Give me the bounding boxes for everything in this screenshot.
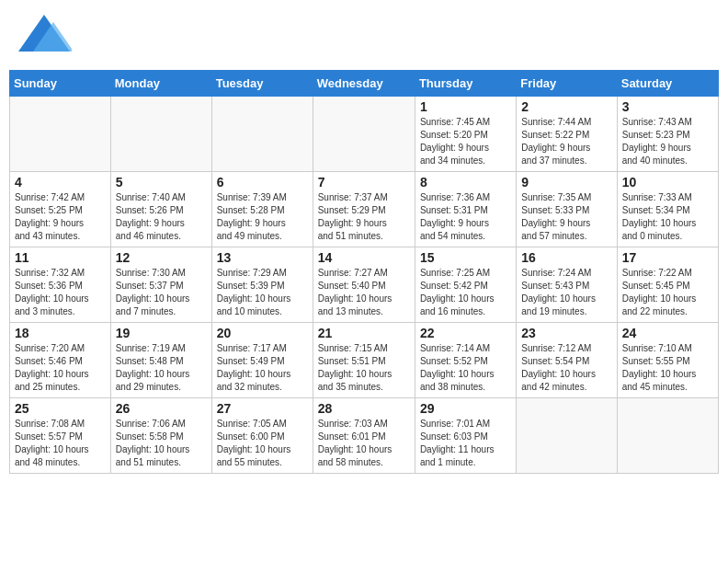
calendar-cell: 17Sunrise: 7:22 AMSunset: 5:45 PMDayligh… <box>617 247 718 323</box>
calendar-cell: 9Sunrise: 7:35 AMSunset: 5:33 PMDaylight… <box>517 172 617 247</box>
calendar-cell: 1Sunrise: 7:45 AMSunset: 5:20 PMDaylight… <box>415 97 516 172</box>
day-info: Sunrise: 7:20 AMSunset: 5:46 PMDaylight:… <box>15 342 106 394</box>
calendar-cell: 24Sunrise: 7:10 AMSunset: 5:55 PMDayligh… <box>617 323 718 398</box>
col-header-wednesday: Wednesday <box>313 71 415 97</box>
calendar-cell: 4Sunrise: 7:42 AMSunset: 5:25 PMDaylight… <box>10 172 111 247</box>
day-number: 25 <box>15 401 106 416</box>
calendar-cell: 16Sunrise: 7:24 AMSunset: 5:43 PMDayligh… <box>517 247 617 323</box>
calendar-cell: 21Sunrise: 7:15 AMSunset: 5:51 PMDayligh… <box>313 323 415 398</box>
day-number: 11 <box>15 250 106 265</box>
calendar-cell <box>617 398 718 474</box>
day-number: 21 <box>318 326 410 340</box>
calendar-cell <box>517 398 617 474</box>
day-number: 5 <box>116 175 207 190</box>
day-info: Sunrise: 7:44 AMSunset: 5:22 PMDaylight:… <box>521 116 611 167</box>
day-number: 18 <box>15 326 106 340</box>
calendar-cell: 8Sunrise: 7:36 AMSunset: 5:31 PMDaylight… <box>415 172 516 247</box>
calendar-cell: 23Sunrise: 7:12 AMSunset: 5:54 PMDayligh… <box>517 323 617 398</box>
calendar-cell <box>211 97 313 172</box>
day-info: Sunrise: 7:45 AMSunset: 5:20 PMDaylight:… <box>420 116 511 167</box>
calendar-cell: 3Sunrise: 7:43 AMSunset: 5:23 PMDaylight… <box>617 97 718 172</box>
day-number: 27 <box>217 401 308 416</box>
calendar-cell: 14Sunrise: 7:27 AMSunset: 5:40 PMDayligh… <box>313 247 415 323</box>
day-number: 8 <box>420 175 511 190</box>
day-info: Sunrise: 7:39 AMSunset: 5:28 PMDaylight:… <box>217 191 308 243</box>
day-info: Sunrise: 7:05 AMSunset: 6:00 PMDaylight:… <box>217 418 308 469</box>
day-number: 15 <box>420 250 511 265</box>
day-number: 3 <box>622 99 713 114</box>
calendar-cell: 5Sunrise: 7:40 AMSunset: 5:26 PMDaylight… <box>110 172 211 247</box>
calendar-week-row: 25Sunrise: 7:08 AMSunset: 5:57 PMDayligh… <box>10 398 719 474</box>
day-number: 23 <box>521 326 611 340</box>
calendar-cell <box>313 97 415 172</box>
day-number: 2 <box>521 99 611 114</box>
day-number: 16 <box>521 250 611 265</box>
day-info: Sunrise: 7:36 AMSunset: 5:31 PMDaylight:… <box>420 191 511 243</box>
col-header-saturday: Saturday <box>617 71 718 97</box>
day-info: Sunrise: 7:43 AMSunset: 5:23 PMDaylight:… <box>622 116 713 167</box>
day-info: Sunrise: 7:25 AMSunset: 5:42 PMDaylight:… <box>420 267 511 318</box>
calendar-cell: 18Sunrise: 7:20 AMSunset: 5:46 PMDayligh… <box>10 323 111 398</box>
day-number: 28 <box>318 401 410 416</box>
calendar-cell <box>110 97 211 172</box>
day-info: Sunrise: 7:14 AMSunset: 5:52 PMDaylight:… <box>420 342 511 394</box>
day-info: Sunrise: 7:15 AMSunset: 5:51 PMDaylight:… <box>318 342 410 394</box>
day-info: Sunrise: 7:42 AMSunset: 5:25 PMDaylight:… <box>15 191 106 243</box>
day-number: 17 <box>622 250 713 265</box>
calendar-week-row: 4Sunrise: 7:42 AMSunset: 5:25 PMDaylight… <box>10 172 719 247</box>
day-number: 1 <box>420 99 511 114</box>
calendar-cell: 2Sunrise: 7:44 AMSunset: 5:22 PMDaylight… <box>517 97 617 172</box>
day-info: Sunrise: 7:01 AMSunset: 6:03 PMDaylight:… <box>420 418 511 469</box>
calendar-cell: 28Sunrise: 7:03 AMSunset: 6:01 PMDayligh… <box>313 398 415 474</box>
calendar-cell <box>10 97 111 172</box>
calendar-cell: 6Sunrise: 7:39 AMSunset: 5:28 PMDaylight… <box>211 172 313 247</box>
day-info: Sunrise: 7:33 AMSunset: 5:34 PMDaylight:… <box>622 191 713 243</box>
col-header-monday: Monday <box>110 71 211 97</box>
calendar-cell: 20Sunrise: 7:17 AMSunset: 5:49 PMDayligh… <box>211 323 313 398</box>
calendar-cell: 27Sunrise: 7:05 AMSunset: 6:00 PMDayligh… <box>211 398 313 474</box>
day-info: Sunrise: 7:29 AMSunset: 5:39 PMDaylight:… <box>217 267 308 318</box>
day-number: 20 <box>217 326 308 340</box>
day-info: Sunrise: 7:08 AMSunset: 5:57 PMDaylight:… <box>15 418 106 469</box>
day-number: 19 <box>116 326 207 340</box>
day-number: 4 <box>15 175 106 190</box>
day-info: Sunrise: 7:30 AMSunset: 5:37 PMDaylight:… <box>116 267 207 318</box>
col-header-tuesday: Tuesday <box>211 71 313 97</box>
calendar-cell: 12Sunrise: 7:30 AMSunset: 5:37 PMDayligh… <box>110 247 211 323</box>
col-header-thursday: Thursday <box>415 71 516 97</box>
col-header-sunday: Sunday <box>10 71 111 97</box>
calendar-cell: 25Sunrise: 7:08 AMSunset: 5:57 PMDayligh… <box>10 398 111 474</box>
day-info: Sunrise: 7:10 AMSunset: 5:55 PMDaylight:… <box>622 342 713 394</box>
calendar-cell: 11Sunrise: 7:32 AMSunset: 5:36 PMDayligh… <box>10 247 111 323</box>
day-info: Sunrise: 7:37 AMSunset: 5:29 PMDaylight:… <box>318 191 410 243</box>
day-info: Sunrise: 7:40 AMSunset: 5:26 PMDaylight:… <box>116 191 207 243</box>
day-number: 7 <box>318 175 410 190</box>
day-info: Sunrise: 7:06 AMSunset: 5:58 PMDaylight:… <box>116 418 207 469</box>
day-number: 24 <box>622 326 713 340</box>
calendar-cell: 7Sunrise: 7:37 AMSunset: 5:29 PMDaylight… <box>313 172 415 247</box>
day-info: Sunrise: 7:03 AMSunset: 6:01 PMDaylight:… <box>318 418 410 469</box>
calendar-cell: 19Sunrise: 7:19 AMSunset: 5:48 PMDayligh… <box>110 323 211 398</box>
col-header-friday: Friday <box>517 71 617 97</box>
day-info: Sunrise: 7:22 AMSunset: 5:45 PMDaylight:… <box>622 267 713 318</box>
day-info: Sunrise: 7:19 AMSunset: 5:48 PMDaylight:… <box>116 342 207 394</box>
day-number: 12 <box>116 250 207 265</box>
calendar-cell: 22Sunrise: 7:14 AMSunset: 5:52 PMDayligh… <box>415 323 516 398</box>
day-info: Sunrise: 7:24 AMSunset: 5:43 PMDaylight:… <box>521 267 611 318</box>
day-number: 6 <box>217 175 308 190</box>
day-number: 22 <box>420 326 511 340</box>
calendar-cell: 29Sunrise: 7:01 AMSunset: 6:03 PMDayligh… <box>415 398 516 474</box>
day-number: 14 <box>318 250 410 265</box>
day-info: Sunrise: 7:27 AMSunset: 5:40 PMDaylight:… <box>318 267 410 318</box>
calendar-cell: 10Sunrise: 7:33 AMSunset: 5:34 PMDayligh… <box>617 172 718 247</box>
calendar-cell: 15Sunrise: 7:25 AMSunset: 5:42 PMDayligh… <box>415 247 516 323</box>
day-number: 9 <box>521 175 611 190</box>
calendar-cell: 13Sunrise: 7:29 AMSunset: 5:39 PMDayligh… <box>211 247 313 323</box>
calendar-table: SundayMondayTuesdayWednesdayThursdayFrid… <box>9 70 719 474</box>
day-info: Sunrise: 7:12 AMSunset: 5:54 PMDaylight:… <box>521 342 611 394</box>
calendar-week-row: 18Sunrise: 7:20 AMSunset: 5:46 PMDayligh… <box>10 323 719 398</box>
page-header <box>9 9 719 63</box>
day-number: 13 <box>217 250 308 265</box>
day-number: 29 <box>420 401 511 416</box>
day-info: Sunrise: 7:32 AMSunset: 5:36 PMDaylight:… <box>15 267 106 318</box>
